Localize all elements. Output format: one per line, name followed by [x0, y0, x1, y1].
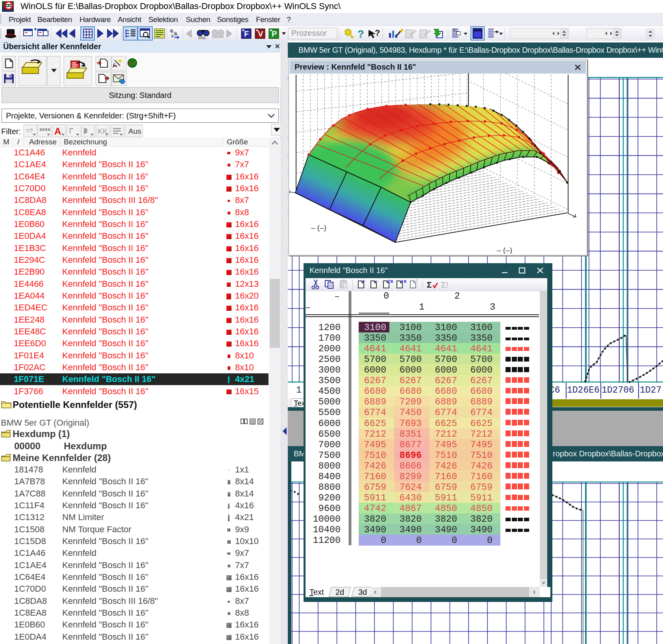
svg-text:F: F [244, 30, 249, 38]
svg-text:Prozessor: Prozessor [291, 29, 327, 37]
svg-text:Σ!: Σ! [441, 280, 448, 289]
svg-text:↺: ↺ [414, 278, 419, 284]
svg-text:Aus: Aus [128, 127, 141, 135]
svg-text:=x: =x [387, 278, 394, 284]
svg-text:+: + [362, 278, 365, 284]
svg-text:– (–): – (–) [497, 246, 512, 254]
svg-text:=?: =? [26, 127, 33, 134]
svg-text:1011..: 1011.. [198, 36, 207, 40]
svg-text:?: ? [357, 28, 364, 40]
svg-text:H: H [129, 61, 133, 66]
svg-text:+x: +x [401, 278, 407, 284]
svg-text:KK: KK [98, 127, 108, 135]
svg-text:A: A [54, 126, 61, 137]
svg-text:– (–): – (–) [311, 223, 326, 232]
svg-text:V: V [258, 30, 263, 38]
svg-text:?: ? [375, 28, 380, 38]
svg-text:Σ: Σ [427, 280, 432, 289]
svg-text:P: P [272, 30, 277, 38]
svg-text:−: − [375, 278, 378, 284]
